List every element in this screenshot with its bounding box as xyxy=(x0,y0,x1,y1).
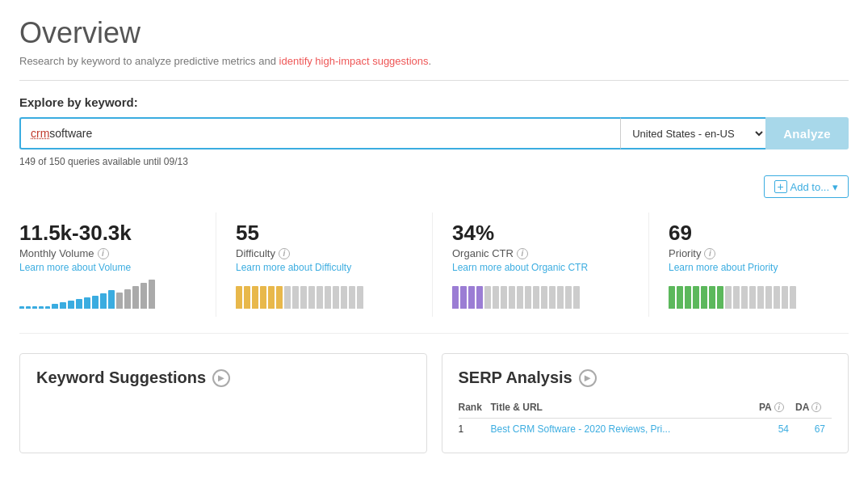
metric-value-volume: 11.5k-30.3k xyxy=(19,221,199,246)
query-info: 149 of 150 queries available until 09/13 xyxy=(19,156,849,167)
pa-column-header: PA i xyxy=(759,398,795,419)
page-subtitle: Research by keyword to analyze predictiv… xyxy=(19,55,849,67)
metric-card-difficulty: 55 Difficulty i Learn more about Difficu… xyxy=(216,213,433,317)
pa-info-icon[interactable]: i xyxy=(774,402,784,412)
volume-learn-more-link[interactable]: Learn more about Volume xyxy=(19,262,199,273)
difficulty-info-icon[interactable]: i xyxy=(279,248,290,259)
da-info-icon[interactable]: i xyxy=(811,402,821,412)
search-rest-text: software xyxy=(49,127,92,140)
serp-analysis-title: SERP Analysis ► xyxy=(459,368,832,387)
add-to-button[interactable]: + Add to... ▾ xyxy=(764,175,849,198)
serp-analysis-nav-icon[interactable]: ► xyxy=(579,369,597,387)
page-title: Overview xyxy=(19,16,849,50)
serp-da-link[interactable]: 67 xyxy=(815,423,825,435)
keyword-suggestions-card: Keyword Suggestions ► xyxy=(19,353,427,453)
ctr-bar-chart xyxy=(452,280,632,309)
keyword-suggestions-title: Keyword Suggestions ► xyxy=(36,368,410,387)
ctr-learn-more-link[interactable]: Learn more about Organic CTR xyxy=(452,262,632,273)
metric-value-difficulty: 55 xyxy=(236,221,416,246)
metric-card-priority: 69 Priority i Learn more about Priority xyxy=(649,213,849,317)
metric-card-ctr: 34% Organic CTR i Learn more about Organ… xyxy=(433,213,649,317)
add-to-row: + Add to... ▾ xyxy=(19,175,849,198)
da-column-header: DA i xyxy=(795,398,832,419)
rank-column-header: Rank xyxy=(459,398,491,419)
serp-pa-link[interactable]: 54 xyxy=(778,423,789,435)
serp-da: 67 xyxy=(795,419,832,439)
serp-title-link[interactable]: Best CRM Software - 2020 Reviews, Pri... xyxy=(491,423,671,435)
divider xyxy=(19,80,849,81)
country-select[interactable]: United States - en-US xyxy=(620,117,765,149)
metrics-row: 11.5k-30.3k Monthly Volume i Learn more … xyxy=(19,213,849,334)
metric-label-difficulty: Difficulty i xyxy=(236,247,416,259)
serp-pa: 54 xyxy=(759,419,795,439)
serp-table-row: 1 Best CRM Software - 2020 Reviews, Pri.… xyxy=(459,419,832,439)
cards-row: Keyword Suggestions ► SERP Analysis ► Ra… xyxy=(19,353,849,453)
metric-card-volume: 11.5k-30.3k Monthly Volume i Learn more … xyxy=(19,213,216,317)
chevron-down-icon: ▾ xyxy=(832,181,838,193)
metric-label-ctr: Organic CTR i xyxy=(452,247,632,259)
search-crm-text: crm xyxy=(31,127,49,140)
serp-rank: 1 xyxy=(459,419,491,439)
explore-label: Explore by keyword: xyxy=(19,95,849,109)
serp-analysis-card: SERP Analysis ► Rank Title & URL PA i xyxy=(442,353,849,453)
add-to-label: Add to... xyxy=(790,181,829,193)
priority-learn-more-link[interactable]: Learn more about Priority xyxy=(669,262,849,273)
serp-title-url: Best CRM Software - 2020 Reviews, Pri... xyxy=(491,419,760,439)
priority-info-icon[interactable]: i xyxy=(704,248,715,259)
metric-label-volume: Monthly Volume i xyxy=(19,247,199,259)
priority-bar-chart xyxy=(669,280,849,309)
title-url-column-header: Title & URL xyxy=(491,398,760,419)
analyze-button[interactable]: Analyze xyxy=(765,117,849,149)
metric-label-priority: Priority i xyxy=(669,247,849,259)
volume-info-icon[interactable]: i xyxy=(98,248,109,259)
ctr-info-icon[interactable]: i xyxy=(517,248,528,259)
plus-icon: + xyxy=(774,180,787,193)
difficulty-learn-more-link[interactable]: Learn more about Difficulty xyxy=(236,262,416,273)
difficulty-bar-chart xyxy=(236,280,416,309)
metric-value-priority: 69 xyxy=(669,221,849,246)
keyword-suggestions-nav-icon[interactable]: ► xyxy=(212,369,230,387)
search-row: crm software United States - en-US Analy… xyxy=(19,117,849,149)
metric-value-ctr: 34% xyxy=(452,221,632,246)
volume-bar-chart xyxy=(19,280,199,309)
serp-table: Rank Title & URL PA i DA i xyxy=(459,398,832,438)
